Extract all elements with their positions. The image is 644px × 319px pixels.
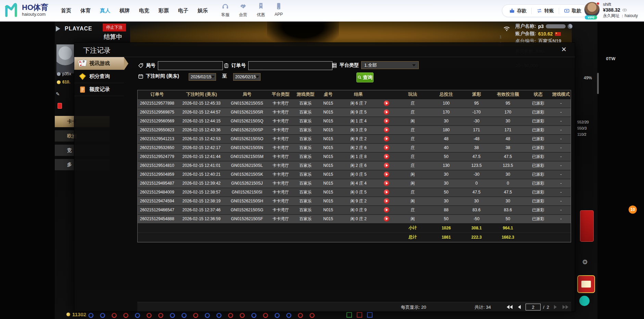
withdraw-icon [564,8,570,14]
cell-time: 2026-02-15 12:44:15 [177,117,226,125]
cell-platform: 卡卡湾厅 [267,161,293,170]
cell-valid: 171 [491,125,525,134]
sidebar-item-积分查询[interactable]: 积分查询 [74,70,124,83]
cell-result: 闲 0 庄 5 [339,170,378,179]
cell-table: N015 [317,179,339,188]
nav-item-真人[interactable]: 真人 [100,8,110,14]
order-input[interactable] [248,61,332,70]
cell-game: 百家乐 [293,205,317,214]
platform-select[interactable]: 1.全部 [361,61,419,69]
cell-table: N015 [317,214,339,223]
cell-bet: 100 [430,99,463,108]
platform-icon [332,63,337,68]
bead-dot [100,313,105,318]
cell-video [378,143,395,152]
wallet-action-存款[interactable]: 存款 [504,8,531,14]
cell-time: 2026-02-15 12:38:57 [177,188,226,197]
gear-icon[interactable]: ⚙ [582,258,588,266]
subtotal-row: 小计 1026 308.1 964.1 [138,223,571,232]
cell-round: GN015262150SS [226,99,267,108]
round-input[interactable] [158,61,223,70]
info-panel-rows: 用户名称:p3账户余额:610.62桌台编号:百家乐N19 [515,23,572,44]
nav-item-电子[interactable]: 电子 [178,8,188,14]
table-row: 2602151295412132026-02-15 12:42:53GN0152… [138,134,571,143]
cell-table: N015 [317,170,339,179]
play-video-button[interactable] [384,118,389,124]
cell-time: 2026-02-15 12:37:46 [177,205,226,214]
play-video-button[interactable] [384,198,389,204]
cell-order: 260215129560569 [138,117,177,125]
quick-link-合营[interactable]: 合营 [237,2,249,18]
edit-icon[interactable]: ✎ [56,91,60,97]
table-header-row: 订单号下注时间 (美东)局号平台类型游戏类型桌号结果玩法总投注派彩有效投注额状态… [138,90,571,99]
column-header: 游戏模式 [551,90,571,99]
play-video-button[interactable] [384,172,389,177]
cell-table: N015 [317,205,339,214]
play-video-button[interactable] [384,189,389,195]
play-video-button[interactable] [384,163,389,168]
play-video-button[interactable] [384,216,389,222]
play-video-button[interactable] [384,181,389,186]
sidebar-item-视讯游戏[interactable]: K♥9视讯游戏 [74,57,124,70]
modal-footer: 每页显示: 20 共计: 34 / 2 [137,302,571,311]
cell-table: N015 [317,108,339,117]
cell-payout: 38 [463,143,491,152]
eye-icon[interactable] [622,8,627,13]
wallet-action-取款[interactable]: 取款 [559,8,586,14]
scrollbar-thumb[interactable] [597,73,599,94]
moon-icon[interactable] [568,24,572,29]
next-page-button[interactable] [552,303,559,311]
nav-item-电竞[interactable]: 电竞 [139,8,149,14]
page-input[interactable] [526,304,541,310]
cell-bet: 48 [430,134,463,143]
cell-bet: 50 [430,152,463,161]
cell-order: 260215129504859 [138,170,177,179]
sidebar-item-额度记录[interactable]: 额度记录 [74,83,124,96]
quick-link-APP[interactable]: APP [273,2,285,18]
play-video-button[interactable] [384,145,389,150]
search-button[interactable]: 查询 [356,72,374,82]
blurred-text [546,24,566,28]
nav-item-体育[interactable]: 体育 [80,8,91,14]
brand-domain: haiouty.com [22,12,48,17]
play-video-button[interactable] [384,109,389,115]
cell-platform: 卡卡湾厅 [267,134,293,143]
first-page-button[interactable] [506,303,513,311]
chat-bubble-button[interactable] [579,296,590,306]
avatar[interactable]: VIP0 [584,2,600,17]
sidebar-item-label: 额度记录 [89,86,110,93]
bead-dot [298,313,303,318]
bead-dot [286,313,291,318]
site-logo[interactable]: HO体育 haiouty.com [3,2,48,18]
nav-item-棋牌[interactable]: 棋牌 [119,8,130,14]
nav-item-首页[interactable]: 首页 [61,8,71,14]
cell-game: 百家乐 [293,214,317,223]
date-to-select[interactable]: 2026/02/15 [233,73,261,81]
date-from-select[interactable]: 2026/02/15 [189,73,216,81]
cell-round: GN015262150SN [226,143,267,152]
cell-order: 260215129541213 [138,134,177,143]
nav-item-娱乐[interactable]: 娱乐 [198,8,208,14]
play-video-button[interactable] [384,136,389,142]
cell-table: N015 [317,134,339,143]
wifi-icon [503,24,511,32]
play-video-button[interactable] [384,101,389,106]
bead-dot [112,313,117,318]
play-video-button[interactable] [384,127,389,133]
side-red-tab[interactable] [580,210,594,242]
wallet-action-转账[interactable]: 转账 [531,8,559,14]
nav-item-彩票[interactable]: 彩票 [159,8,169,14]
cell-order: 260215129577898 [138,99,177,108]
column-header: 平台类型 [267,90,293,99]
close-icon[interactable]: ✕ [561,46,567,53]
quick-link-客服[interactable]: 客服 [219,2,231,18]
play-video-button[interactable] [384,207,389,213]
promo-red-tile[interactable] [577,275,595,293]
cell-play: 庄 [395,134,430,143]
total-bet: 1861 [430,232,463,242]
last-page-button[interactable] [561,303,569,311]
prev-page-button[interactable] [516,303,523,311]
quick-link-优惠[interactable]: ¥优惠 [255,2,267,18]
quick-link-label: 合营 [239,12,247,18]
play-video-button[interactable] [384,154,389,159]
